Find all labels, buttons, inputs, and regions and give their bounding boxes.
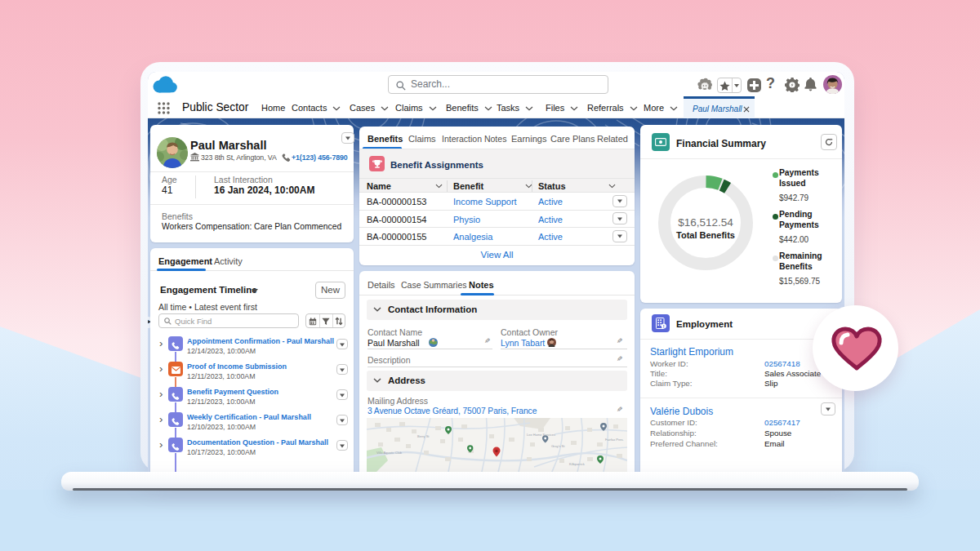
svg-text:Berry St: Berry St [417,434,430,438]
svg-text:Villa Aquatic Club: Villa Aquatic Club [376,451,403,455]
svg-text:Lee Home Services: Lee Home Services [527,433,555,437]
svg-text:Fairfax Pres.: Fairfax Pres. [605,438,624,442]
svg-text:Gray's St: Gray's St [551,444,565,448]
svg-text:Kilbparrick: Kilbparrick [569,462,585,466]
